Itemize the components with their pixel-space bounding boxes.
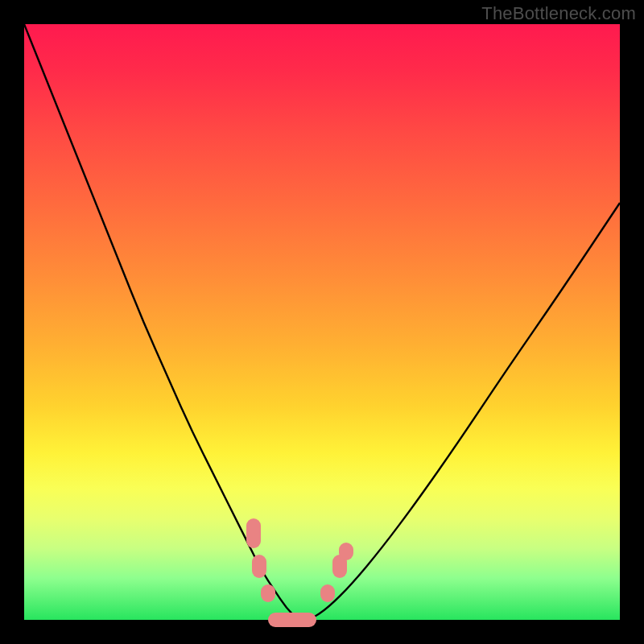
- trough-marker: [246, 518, 261, 548]
- watermark-text: TheBottleneck.com: [481, 3, 636, 24]
- trough-marker: [261, 584, 275, 602]
- trough-marker: [320, 584, 335, 602]
- trough-marker: [252, 555, 266, 579]
- trough-marker: [339, 543, 353, 560]
- plot-area: [24, 24, 620, 620]
- trough-marker: [268, 613, 316, 627]
- chart-frame: TheBottleneck.com: [0, 0, 644, 644]
